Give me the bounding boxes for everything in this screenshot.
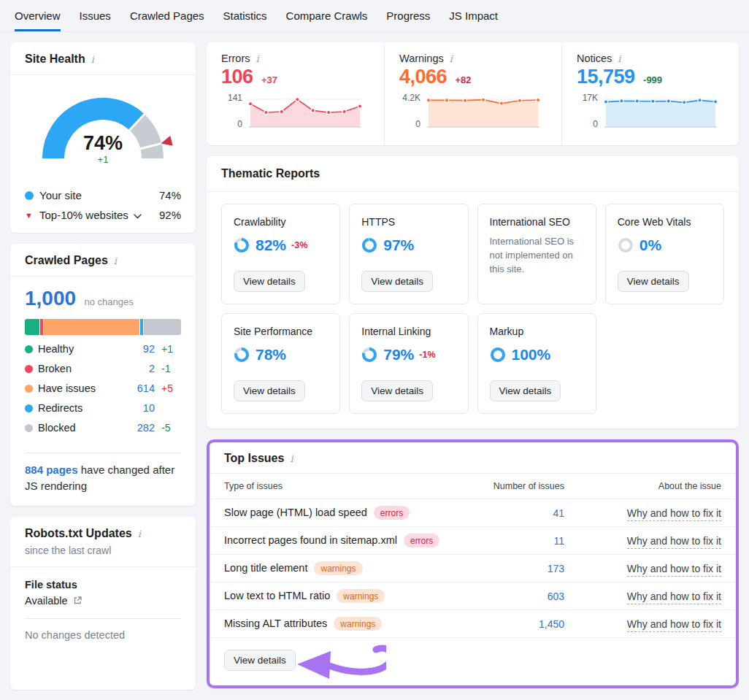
file-status-value: Available: [25, 595, 68, 607]
table-row: Long title elementwarnings 173 Why and h…: [210, 555, 736, 582]
884-pages-link[interactable]: 884 pages: [25, 464, 78, 476]
errors-delta: +37: [261, 74, 277, 85]
site-health-card: Site Healthi 74%+1 Your site 74% ▼ Top-1…: [10, 42, 196, 233]
info-icon[interactable]: i: [290, 453, 293, 464]
tab-statistics[interactable]: Statistics: [223, 0, 267, 31]
tab-crawled-pages[interactable]: Crawled Pages: [130, 0, 204, 31]
axis-min: 0: [237, 119, 242, 129]
progress-ring-icon: [490, 347, 506, 363]
robots-txt-card: Robots.txt Updatesi since the last crawl…: [10, 517, 196, 691]
site-audit-overview-page: Overview Issues Crawled Pages Statistics…: [0, 0, 749, 700]
red-triangle-icon: ▼: [25, 211, 39, 220]
gray-dot-icon: [25, 424, 33, 432]
view-details-button[interactable]: View details: [234, 271, 305, 292]
svg-text:+1: +1: [98, 154, 109, 165]
table-row: Low text to HTML ratiowarnings 603 Why a…: [210, 582, 736, 610]
external-link-icon[interactable]: [73, 596, 82, 605]
file-status-label: File status: [25, 579, 181, 591]
crawled-pages-card: Crawled Pagesi 1,000 no changes Healthy …: [10, 244, 196, 506]
legend-blocked: Blocked 282 -5: [25, 422, 181, 434]
robots-title: Robots.txt Updates: [25, 527, 132, 539]
view-details-button[interactable]: View details: [234, 380, 305, 401]
legend-have-issues: Have issues 614 +5: [25, 382, 181, 394]
no-changes-text: No changes detected: [25, 629, 181, 641]
progress-ring-icon: [361, 237, 377, 253]
view-details-button[interactable]: View details: [224, 650, 296, 671]
why-how-to-fix-link[interactable]: Why and how to fix it: [564, 507, 721, 519]
info-icon[interactable]: i: [256, 53, 258, 64]
js-rendering-note: 884 pages have changed after JS renderin…: [10, 453, 196, 506]
issue-count-link[interactable]: 173: [444, 563, 564, 574]
tab-compare-crawls[interactable]: Compare Crawls: [286, 0, 368, 31]
errors-panel: Errorsi 106 +37 1410: [207, 42, 384, 145]
legend-top10-websites: ▼ Top-10% websites 92%: [25, 209, 181, 221]
notices-delta: -999: [643, 74, 662, 85]
table-row: Slow page (HTML) load speederrors 41 Why…: [210, 499, 736, 527]
errors-sparkline: [247, 93, 369, 134]
why-how-to-fix-link[interactable]: Why and how to fix it: [564, 563, 721, 574]
why-how-to-fix-link[interactable]: Why and how to fix it: [564, 535, 721, 547]
top-issues-title: Top Issues: [224, 452, 284, 464]
top-issues-card: Top Issuesi Type of issues Number of iss…: [210, 442, 736, 685]
progress-ring-icon: [361, 347, 377, 363]
severity-badge: errors: [404, 534, 439, 547]
issue-count-link[interactable]: 11: [444, 535, 564, 547]
top-issues-highlight-box: Top Issuesi Type of issues Number of iss…: [207, 439, 739, 688]
progress-ring-icon: [234, 237, 250, 253]
info-icon[interactable]: i: [618, 53, 621, 64]
chevron-down-icon[interactable]: [134, 214, 142, 219]
tab-overview[interactable]: Overview: [15, 0, 61, 31]
view-details-button[interactable]: View details: [361, 271, 433, 292]
thematic-reports-card: Thematic Reports Crawlability 82% -3% Vi…: [207, 156, 739, 428]
top-nav: Overview Issues Crawled Pages Statistics…: [0, 0, 749, 32]
table-header: Type of issues Number of issues About th…: [210, 474, 736, 499]
severity-badge: warnings: [334, 617, 382, 631]
warnings-panel: Warningsi 4,066 +82 4.2K0: [384, 42, 561, 145]
warnings-value[interactable]: 4,066: [399, 66, 447, 88]
site-health-gauge: 74%+1: [10, 75, 196, 179]
crawled-pages-title: Crawled Pages: [25, 254, 108, 266]
issue-count-link[interactable]: 41: [444, 507, 564, 519]
info-icon[interactable]: i: [138, 528, 141, 539]
not-implemented-note: International SEO is not implemented on …: [490, 235, 584, 277]
tab-issues[interactable]: Issues: [80, 0, 111, 31]
axis-max: 4.2K: [402, 93, 420, 103]
severity-badge: warnings: [314, 561, 362, 575]
tab-progress[interactable]: Progress: [386, 0, 430, 31]
issue-count-link[interactable]: 603: [444, 591, 564, 602]
tab-js-impact[interactable]: JS Impact: [449, 0, 498, 31]
issue-count-link[interactable]: 1,450: [444, 618, 564, 630]
axis-max: 17K: [583, 93, 598, 103]
warnings-sparkline: [426, 93, 547, 134]
info-icon[interactable]: i: [114, 255, 117, 266]
why-how-to-fix-link[interactable]: Why and how to fix it: [564, 591, 721, 602]
divider: [25, 618, 181, 619]
crawled-pages-stacked-bar: [25, 319, 181, 335]
legend-redirects: Redirects 10: [25, 402, 181, 414]
notices-value[interactable]: 15,759: [577, 66, 635, 88]
view-details-button[interactable]: View details: [490, 380, 561, 401]
why-how-to-fix-link[interactable]: Why and how to fix it: [564, 618, 721, 630]
view-details-button[interactable]: View details: [361, 380, 433, 401]
legend-healthy: Healthy 92 +1: [25, 343, 181, 355]
errors-value[interactable]: 106: [221, 66, 253, 88]
info-icon[interactable]: i: [91, 54, 94, 65]
purple-arrow-annotation-icon: [291, 644, 386, 682]
thematic-reports-title: Thematic Reports: [221, 167, 320, 180]
notices-label: Notices: [577, 53, 612, 64]
legend-broken: Broken 2 -1: [25, 363, 181, 374]
legend-your-site: Your site 74%: [25, 189, 181, 201]
errors-label: Errors: [221, 53, 250, 64]
crawled-total: 1,000: [25, 287, 76, 309]
crawled-total-note: no changes: [85, 296, 134, 307]
blue-dot-icon: [25, 404, 33, 412]
red-dot-icon: [25, 365, 33, 373]
thematic-card-internal-linking: Internal Linking 79% -1% View details: [349, 313, 468, 414]
orange-dot-icon: [25, 385, 33, 393]
view-details-button[interactable]: View details: [618, 271, 689, 292]
axis-max: 141: [228, 93, 242, 103]
green-dot-icon: [25, 345, 33, 353]
thematic-card-international-seo: International SEO International SEO is n…: [477, 204, 596, 304]
thematic-card-site-performance: Site Performance 78% View details: [221, 313, 340, 414]
info-icon[interactable]: i: [450, 53, 453, 64]
